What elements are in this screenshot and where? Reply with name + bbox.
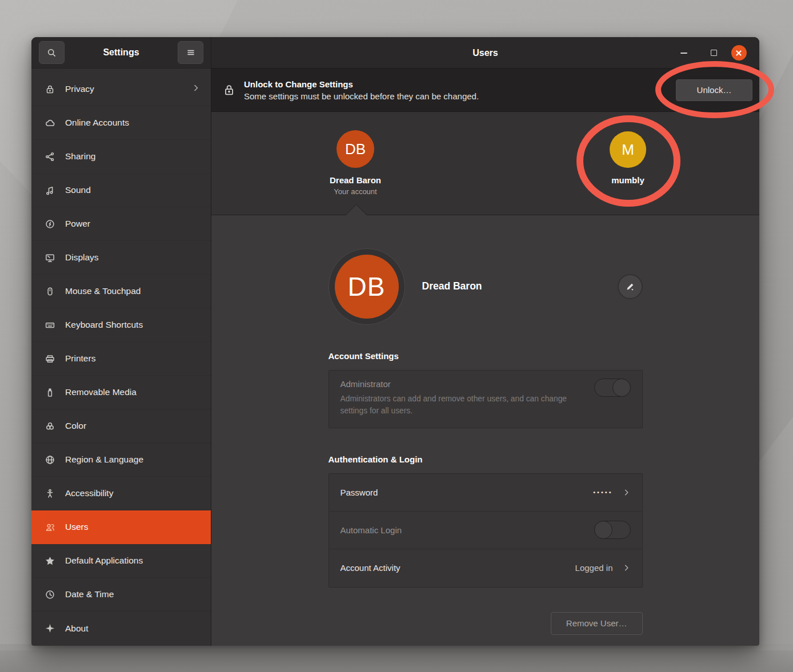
sidebar-item-label: Default Applications	[65, 556, 143, 566]
authentication-card: Password ••••• Automatic Login Accou	[329, 473, 643, 588]
sidebar-item-online-accounts[interactable]: Online Accounts	[31, 106, 211, 140]
sidebar-item-accessibility[interactable]: Accessibility	[31, 477, 211, 510]
administrator-toggle[interactable]	[594, 379, 631, 397]
background-band	[0, 650, 793, 672]
close-button[interactable]	[727, 37, 750, 69]
sidebar-item-label: Date & Time	[65, 589, 114, 599]
sidebar-item-label: About	[65, 623, 89, 634]
sidebar-item-keyboard-shortcuts[interactable]: Keyboard Shortcuts	[31, 308, 211, 342]
avatar: M	[610, 131, 646, 168]
avatar: DB	[337, 130, 374, 168]
account-activity-value: Logged in	[575, 563, 613, 573]
administrator-label: Administrator	[341, 379, 631, 389]
sidebar-item-displays[interactable]: Displays	[31, 241, 211, 275]
close-icon	[731, 45, 747, 61]
pencil-icon	[625, 281, 635, 292]
main-headerbar: Users	[211, 37, 759, 69]
settings-window: Settings Privacy Online Accounts Sharing	[31, 37, 759, 646]
sidebar-item-label: Sharing	[65, 151, 95, 162]
toggle-knob	[594, 521, 612, 539]
sidebar-item-label: Printers	[65, 353, 95, 364]
sidebar-item-color[interactable]: Color	[31, 409, 211, 443]
user-carousel: DB Dread Baron Your account M mumbly	[211, 112, 759, 215]
password-row[interactable]: Password •••••	[329, 474, 642, 512]
sidebar-item-label: Displays	[65, 252, 99, 263]
chevron-right-icon	[622, 488, 631, 497]
accessibility-icon	[44, 488, 55, 499]
music-note-icon	[44, 184, 55, 196]
avatar[interactable]: DB	[335, 255, 399, 319]
user-card-mumbly[interactable]: M mumbly	[576, 112, 679, 185]
account-settings-card: Administrator Administrators can add and…	[329, 370, 643, 428]
users-panel: Users Unlock to Change Settings Some set…	[211, 37, 759, 646]
lock-icon	[44, 83, 55, 95]
sidebar-item-privacy[interactable]: Privacy	[31, 73, 211, 106]
sidebar-item-region-language[interactable]: Region & Language	[31, 443, 211, 477]
sidebar-item-sound[interactable]: Sound	[31, 174, 211, 207]
sidebar: Settings Privacy Online Accounts Sharing	[31, 37, 211, 646]
minimize-icon	[680, 53, 687, 54]
sidebar-item-label: Accessibility	[65, 488, 113, 498]
sidebar-item-default-applications[interactable]: Default Applications	[31, 544, 211, 578]
sidebar-item-mouse-touchpad[interactable]: Mouse & Touchpad	[31, 275, 211, 308]
sparkle-icon	[44, 623, 55, 634]
section-heading-account-settings: Account Settings	[329, 351, 643, 361]
hamburger-menu-icon	[186, 48, 195, 57]
password-dots: •••••	[593, 489, 612, 496]
sidebar-item-label: Color	[65, 421, 86, 431]
maximize-button[interactable]	[705, 37, 722, 69]
search-button[interactable]	[39, 41, 65, 64]
display-icon	[44, 252, 55, 263]
detail-header: DB Dread Baron	[329, 248, 643, 325]
sidebar-item-label: Online Accounts	[65, 118, 129, 128]
user-detail-panel: DB Dread Baron Account Settings Administ…	[211, 215, 759, 646]
minimize-button[interactable]	[675, 37, 692, 69]
sidebar-item-label: Power	[65, 219, 90, 229]
account-activity-row[interactable]: Account Activity Logged in	[329, 549, 642, 587]
sidebar-item-date-time[interactable]: Date & Time	[31, 578, 211, 611]
administrator-description: Administrators can add and remove other …	[341, 393, 586, 417]
search-icon	[47, 48, 57, 58]
sidebar-item-label: Mouse & Touchpad	[65, 286, 141, 296]
avatar-ring: DB	[329, 248, 405, 325]
unlock-banner-text: Unlock to Change Settings Some settings …	[244, 79, 479, 101]
maximize-icon	[711, 50, 717, 56]
menu-button[interactable]	[178, 41, 203, 64]
user-name: Dread Baron	[304, 175, 407, 185]
sidebar-item-label: Region & Language	[65, 454, 143, 465]
sidebar-item-sharing[interactable]: Sharing	[31, 140, 211, 174]
user-card-dread-baron[interactable]: DB Dread Baron Your account	[304, 112, 407, 196]
cloud-icon	[44, 117, 55, 128]
sidebar-item-printers[interactable]: Printers	[31, 342, 211, 376]
share-icon	[44, 151, 55, 162]
sidebar-item-label: Privacy	[65, 84, 94, 94]
flash-drive-icon	[44, 387, 55, 398]
unlock-banner: Unlock to Change Settings Some settings …	[211, 69, 759, 112]
clock-icon	[44, 589, 55, 600]
printer-icon	[44, 353, 55, 364]
password-label: Password	[341, 488, 378, 497]
sidebar-item-label: Removable Media	[65, 387, 137, 397]
automatic-login-row: Automatic Login	[329, 512, 642, 549]
automatic-login-label: Automatic Login	[341, 525, 402, 535]
power-icon	[44, 218, 55, 230]
sidebar-headerbar: Settings	[31, 37, 211, 69]
color-circles-icon	[44, 420, 55, 432]
sidebar-item-label: Sound	[65, 185, 91, 195]
section-heading-authentication: Authentication & Login	[329, 454, 643, 464]
sidebar-item-label: Users	[65, 522, 88, 532]
edit-name-button[interactable]	[618, 274, 643, 299]
lock-icon	[223, 83, 235, 97]
sidebar-item-removable-media[interactable]: Removable Media	[31, 376, 211, 409]
sidebar-item-about[interactable]: About	[31, 611, 211, 645]
sidebar-item-label: Keyboard Shortcuts	[65, 320, 143, 330]
globe-icon	[44, 454, 55, 465]
remove-user-button[interactable]: Remove User…	[551, 612, 643, 635]
unlock-button[interactable]: Unlock…	[676, 79, 752, 101]
automatic-login-toggle[interactable]	[594, 521, 631, 539]
users-icon	[44, 521, 55, 533]
sidebar-item-power[interactable]: Power	[31, 207, 211, 241]
unlock-banner-title: Unlock to Change Settings	[244, 79, 479, 89]
sidebar-item-users[interactable]: Users	[31, 510, 211, 544]
toggle-knob	[612, 379, 631, 397]
